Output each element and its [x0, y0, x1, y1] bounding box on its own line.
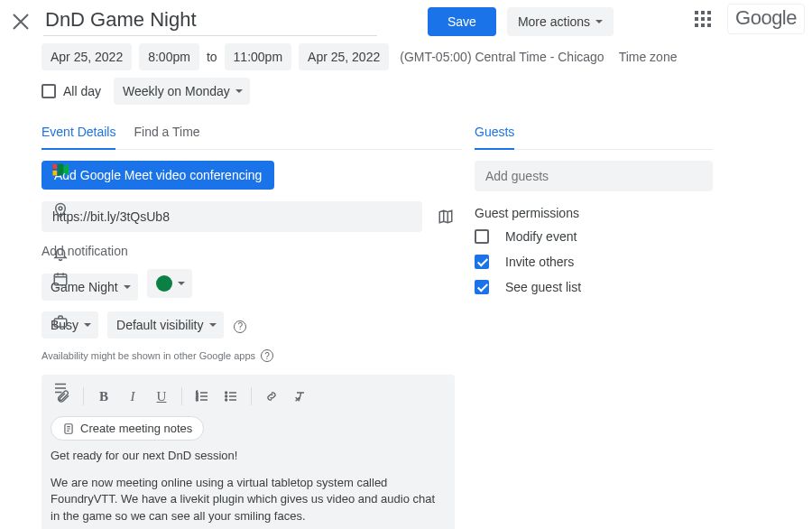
chevron-down-icon	[235, 89, 243, 93]
svg-rect-6	[54, 274, 67, 285]
svg-rect-4	[52, 171, 57, 176]
svg-text:3: 3	[196, 397, 198, 402]
timezone-link[interactable]: Time zone	[619, 50, 678, 64]
briefcase-icon	[52, 313, 74, 329]
tab-guests[interactable]: Guests	[475, 119, 514, 150]
chevron-down-icon	[209, 323, 217, 327]
modify-event-label: Modify event	[505, 229, 577, 244]
visibility-select[interactable]: Default visibility	[107, 311, 223, 339]
see-guest-list-label: See guest list	[505, 280, 581, 294]
more-actions-button[interactable]: More actions	[507, 7, 614, 36]
help-icon[interactable]: ?	[261, 349, 273, 362]
chevron-down-icon	[178, 282, 185, 285]
help-icon[interactable]: ?	[234, 320, 246, 333]
italic-icon[interactable]: I	[120, 384, 145, 409]
svg-point-5	[59, 207, 62, 210]
apps-grid-icon[interactable]	[695, 11, 711, 27]
save-button[interactable]: Save	[428, 7, 496, 36]
end-date-chip[interactable]: Apr 25, 2022	[299, 43, 389, 70]
clear-format-icon[interactable]	[288, 384, 313, 409]
color-swatch	[156, 275, 172, 292]
meet-icon	[52, 162, 74, 177]
all-day-checkbox[interactable]	[42, 84, 56, 98]
location-input[interactable]	[42, 201, 422, 232]
svg-point-12	[226, 395, 227, 397]
to-label: to	[207, 50, 217, 64]
invite-others-checkbox[interactable]	[475, 255, 489, 269]
desc-p1: Get ready for our next DnD session!	[51, 448, 446, 464]
all-day-label: All day	[63, 84, 101, 98]
chevron-down-icon	[84, 323, 91, 327]
svg-marker-2	[63, 164, 69, 176]
bold-icon[interactable]: B	[91, 384, 116, 409]
visibility-label: Default visibility	[116, 318, 203, 332]
tab-event-details[interactable]: Event Details	[42, 119, 115, 150]
color-select[interactable]	[147, 269, 192, 298]
invite-others-label: Invite others	[505, 255, 574, 269]
start-date-chip[interactable]: Apr 25, 2022	[42, 43, 132, 70]
add-guests-input[interactable]	[475, 161, 713, 191]
description-icon	[52, 380, 74, 396]
calendar-icon	[52, 271, 74, 287]
more-actions-label: More actions	[518, 14, 590, 29]
timezone-text: (GMT-05:00) Central Time - Chicago	[400, 50, 604, 64]
availability-note: Availability might be shown in other Goo…	[42, 350, 255, 361]
start-time-chip[interactable]: 8:00pm	[139, 43, 199, 70]
add-meet-button[interactable]: Add Google Meet video conferencing	[42, 161, 274, 190]
description-text[interactable]: Get ready for our next DnD session! We a…	[51, 441, 446, 529]
close-icon[interactable]	[13, 14, 34, 30]
svg-point-11	[226, 392, 227, 394]
create-notes-label: Create meeting notes	[80, 422, 192, 435]
end-time-chip[interactable]: 11:00pm	[225, 43, 291, 70]
doc-icon	[62, 422, 75, 435]
tab-find-a-time[interactable]: Find a Time	[134, 119, 199, 149]
map-icon[interactable]	[429, 200, 462, 233]
description-box[interactable]: B I U 123 Create meeting notes Get ready…	[42, 375, 455, 529]
chevron-down-icon	[124, 285, 131, 289]
location-icon	[52, 202, 74, 218]
create-notes-chip[interactable]: Create meeting notes	[51, 416, 204, 441]
desc-p2: We are now meeting online using a virtua…	[51, 475, 446, 524]
recurrence-select[interactable]: Weekly on Monday	[114, 78, 250, 105]
svg-point-13	[226, 399, 227, 401]
chevron-down-icon	[595, 20, 603, 23]
guest-permissions-title: Guest permissions	[475, 206, 713, 220]
recurrence-label: Weekly on Monday	[123, 84, 230, 98]
link-icon[interactable]	[259, 384, 284, 409]
bell-icon	[52, 246, 74, 262]
svg-rect-7	[54, 319, 67, 327]
modify-event-checkbox[interactable]	[475, 229, 489, 244]
bulleted-list-icon[interactable]	[218, 384, 244, 409]
underline-icon[interactable]: U	[149, 384, 174, 409]
svg-rect-3	[52, 164, 57, 170]
numbered-list-icon[interactable]: 123	[189, 384, 215, 409]
google-logo: Google	[727, 4, 805, 34]
see-guest-list-checkbox[interactable]	[475, 280, 489, 294]
event-title-input[interactable]	[43, 7, 377, 35]
